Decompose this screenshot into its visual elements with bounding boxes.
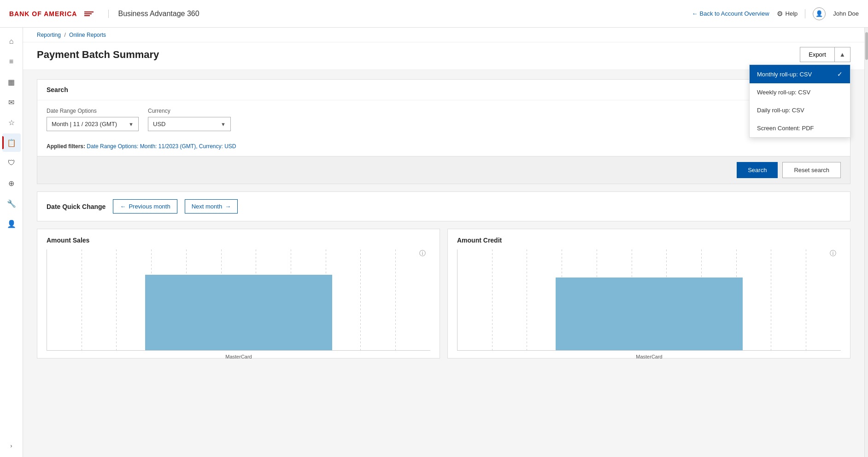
date-range-value: Month | 11 / 2023 (GMT) <box>52 121 117 127</box>
applied-filters: Applied filters: Date Range Options: Mon… <box>37 139 850 156</box>
amount-sales-chart: Amount Sales ⓘ <box>37 229 440 359</box>
right-arrow-icon: → <box>225 203 231 210</box>
export-button[interactable]: Export <box>800 47 834 62</box>
sidebar-item-payments[interactable]: ≡ <box>2 52 21 71</box>
mastercard-credit-label: MasterCard <box>636 354 662 359</box>
sidebar-item-user[interactable]: 👤 <box>2 214 21 233</box>
export-option-daily-csv-label: Daily roll-up: CSV <box>757 107 804 114</box>
chevron-right-icon: › <box>10 442 12 449</box>
gear-icon: ⚙ <box>777 10 783 18</box>
scrollbar-thumb <box>865 32 868 60</box>
amount-sales-chart-area: ⓘ <box>47 249 430 351</box>
amount-credit-bar-container: MasterCard <box>457 249 841 350</box>
currency-chevron-down-icon: ▼ <box>221 121 226 127</box>
sidebar-item-favorites[interactable]: ☆ <box>2 113 21 132</box>
back-to-account-link[interactable]: ← Back to Account Overview <box>692 10 769 17</box>
chevron-up-icon: ▲ <box>839 51 845 58</box>
breadcrumb-bar: Reporting / Online Reports <box>23 28 864 42</box>
main-content: Reporting / Online Reports Payment Batch… <box>23 28 864 457</box>
favorites-icon: ☆ <box>8 118 15 127</box>
sidebar-item-reports[interactable]: 📋 <box>2 133 21 152</box>
sidebar-item-settings[interactable]: ⊕ <box>2 174 21 192</box>
mastercard-sales-label: MasterCard <box>225 354 252 359</box>
search-panel-header: Search <box>37 80 850 100</box>
next-month-button[interactable]: Next month → <box>185 199 238 214</box>
charts-row: Amount Sales ⓘ <box>37 229 850 359</box>
breadcrumb-separator: / <box>64 32 65 38</box>
user-profile-icon: 👤 <box>7 220 16 228</box>
mastercard-credit-bar: MasterCard <box>556 278 743 350</box>
left-arrow-icon: ← <box>120 203 126 210</box>
previous-month-label: Previous month <box>129 203 170 210</box>
page-title: Payment Batch Summary <box>37 49 159 61</box>
calendar-icon: ▦ <box>8 78 15 87</box>
page-layout: ⌂ ≡ ▦ ✉ ☆ 📋 🛡 ⊕ 🔧 👤 › <box>0 28 868 457</box>
tools-icon: 🔧 <box>7 199 16 208</box>
nav-divider <box>805 9 805 18</box>
top-nav: BANK OF AMERICA Business Advantage 360 ←… <box>0 0 868 28</box>
sidebar-item-security[interactable]: 🛡 <box>2 154 21 172</box>
amount-credit-chart-area: ⓘ <box>457 249 841 351</box>
date-range-select[interactable]: Month | 11 / 2023 (GMT) ▼ <box>47 117 139 131</box>
currency-label: Currency <box>148 108 231 114</box>
date-quick-change-label: Date Quick Change <box>47 203 106 210</box>
currency-select[interactable]: USD ▼ <box>148 117 231 131</box>
sidebar-item-tools[interactable]: 🔧 <box>2 194 21 213</box>
user-icon: 👤 <box>815 10 823 17</box>
back-arrow-icon: ← <box>692 10 698 17</box>
chevron-down-icon: ▼ <box>129 121 134 127</box>
logo-area: BANK OF AMERICA Business Advantage 360 <box>9 10 199 18</box>
export-option-weekly-csv[interactable]: Weekly roll-up: CSV <box>750 83 850 101</box>
right-scrollbar[interactable] <box>864 28 868 457</box>
export-option-monthly-csv-label: Monthly roll-up: CSV <box>757 71 812 78</box>
export-option-screen-pdf[interactable]: Screen Content: PDF <box>750 119 850 137</box>
shield-icon: 🛡 <box>8 159 15 167</box>
next-month-label: Next month <box>192 203 222 210</box>
mastercard-credit-bar-group: MasterCard <box>462 249 836 350</box>
date-quick-change: Date Quick Change ← Previous month Next … <box>37 191 850 221</box>
breadcrumb-reporting[interactable]: Reporting <box>37 32 61 38</box>
amount-credit-chart: Amount Credit ⓘ <box>447 229 850 359</box>
sidebar-expand-button[interactable]: › <box>2 439 21 452</box>
search-button[interactable]: Search <box>737 162 778 178</box>
amount-sales-title: Amount Sales <box>47 237 430 244</box>
amount-credit-title: Amount Credit <box>457 237 841 244</box>
top-nav-right: ← Back to Account Overview ⚙ Help 👤 John… <box>692 7 859 20</box>
reports-icon: 📋 <box>7 139 16 147</box>
sidebar-item-home[interactable]: ⌂ <box>2 32 21 51</box>
search-actions: Search Reset search <box>37 156 850 184</box>
help-button[interactable]: ⚙ Help <box>777 10 798 18</box>
export-dropdown-toggle[interactable]: ▲ <box>834 47 850 62</box>
currency-value: USD <box>153 121 165 127</box>
user-avatar[interactable]: 👤 <box>813 7 826 20</box>
applied-filters-label: Applied filters: <box>47 143 85 150</box>
export-button-group: Export ▲ Monthly roll-up: CSV ✓ Weekly r… <box>800 47 850 62</box>
applied-filters-value: Date Range Options: Month: 11/2023 (GMT)… <box>87 143 236 150</box>
app-title: Business Advantage 360 <box>108 10 199 18</box>
export-option-screen-pdf-label: Screen Content: PDF <box>757 125 814 132</box>
checkmark-icon: ✓ <box>837 70 843 78</box>
settings-icon: ⊕ <box>8 179 14 188</box>
date-range-label: Date Range Options <box>47 108 139 114</box>
export-option-monthly-csv[interactable]: Monthly roll-up: CSV ✓ <box>750 65 850 83</box>
user-name-label: John Doe <box>833 10 859 17</box>
bank-name: BANK OF AMERICA <box>9 10 77 17</box>
mastercard-sales-bar-group: MasterCard <box>52 249 426 350</box>
reset-search-button[interactable]: Reset search <box>782 162 841 178</box>
sidebar-item-calendar[interactable]: ▦ <box>2 73 21 91</box>
logo-lines-decoration <box>84 12 94 16</box>
breadcrumb: Reporting / Online Reports <box>37 32 106 38</box>
date-range-field-group: Date Range Options Month | 11 / 2023 (GM… <box>47 108 139 131</box>
search-fields: Date Range Options Month | 11 / 2023 (GM… <box>37 100 850 139</box>
amount-sales-bar-container: MasterCard <box>47 249 430 350</box>
page-header: Payment Batch Summary Export ▲ Monthly r… <box>23 42 864 70</box>
mastercard-sales-bar: MasterCard <box>145 275 332 350</box>
sidebar-item-messages[interactable]: ✉ <box>2 93 21 111</box>
export-option-weekly-csv-label: Weekly roll-up: CSV <box>757 89 810 96</box>
export-option-daily-csv[interactable]: Daily roll-up: CSV <box>750 101 850 119</box>
breadcrumb-online-reports[interactable]: Online Reports <box>69 32 106 38</box>
sidebar: ⌂ ≡ ▦ ✉ ☆ 📋 🛡 ⊕ 🔧 👤 › <box>0 28 23 457</box>
content-area: Search Date Range Options Month | 11 / 2… <box>23 70 864 368</box>
currency-field-group: Currency USD ▼ <box>148 108 231 131</box>
previous-month-button[interactable]: ← Previous month <box>113 199 177 214</box>
